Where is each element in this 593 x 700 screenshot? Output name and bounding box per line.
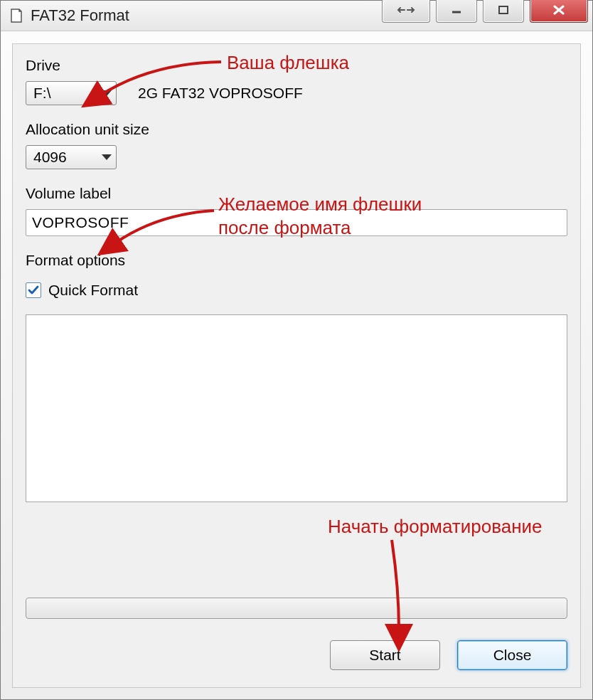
drive-select-value: F:\	[33, 85, 51, 102]
chevron-down-icon	[102, 154, 112, 160]
titlebar: FAT32 Format	[1, 1, 592, 31]
log-area	[26, 314, 567, 502]
drive-info-text: 2G FAT32 VOPROSOFF	[138, 85, 303, 102]
quick-format-checkbox[interactable]	[26, 282, 41, 298]
window-buttons	[382, 0, 588, 23]
client-area: Drive F:\ 2G FAT32 VOPROSOFF Allocation …	[12, 43, 581, 688]
chevron-down-icon	[102, 90, 112, 96]
volume-label-input[interactable]	[26, 209, 567, 236]
resize-button[interactable]	[382, 0, 430, 23]
svg-rect-2	[499, 6, 508, 14]
close-window-button[interactable]	[530, 0, 588, 23]
alloc-label: Allocation unit size	[26, 121, 567, 138]
volume-label-caption: Volume label	[26, 185, 567, 202]
maximize-button[interactable]	[483, 0, 524, 23]
quick-format-label: Quick Format	[48, 282, 138, 299]
minimize-button[interactable]	[436, 0, 477, 23]
drive-select[interactable]: F:\	[26, 81, 117, 105]
window-title: FAT32 Format	[31, 6, 129, 25]
start-button[interactable]: Start	[330, 640, 440, 670]
app-window: FAT32 Format Drive	[0, 0, 593, 700]
drive-label: Drive	[26, 57, 567, 74]
close-button[interactable]: Close	[457, 640, 567, 670]
allocation-select-value: 4096	[33, 149, 67, 166]
allocation-select[interactable]: 4096	[26, 145, 117, 169]
progress-bar	[26, 598, 567, 619]
app-icon	[9, 9, 23, 23]
format-options-label: Format options	[26, 252, 567, 269]
